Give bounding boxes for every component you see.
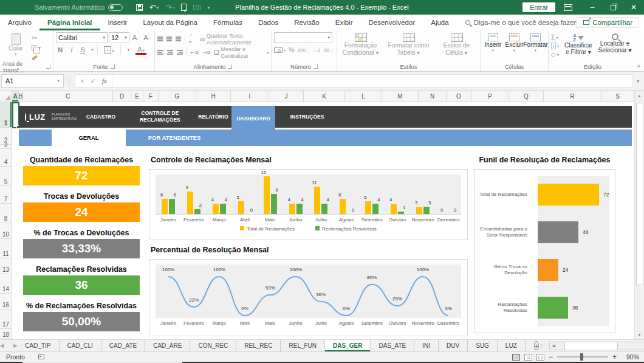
comma-style-button[interactable]: 000 — [298, 46, 306, 54]
increase-indent-icon[interactable]: ⇥≣ — [202, 50, 210, 55]
nav-item-relat-rio[interactable]: RELATÓRIO — [195, 106, 231, 128]
horizontal-scroll-thumb[interactable] — [564, 342, 618, 350]
horizontal-scrollbar[interactable]: ◀ ▶ — [549, 342, 644, 350]
fill-color-button[interactable]: ▾ — [125, 47, 131, 52]
subnav-geral[interactable]: GERAL — [52, 130, 126, 146]
row-header-10[interactable]: 10 — [0, 223, 12, 239]
nav-item-cadastro[interactable]: CADASTRO — [77, 106, 125, 128]
chevron-down-icon[interactable]: ▾ — [173, 5, 175, 10]
restore-button[interactable] — [603, 0, 623, 15]
collapse-ribbon-icon[interactable]: ˄ — [637, 63, 640, 69]
tell-me-search[interactable]: Diga-me o que você deseja fazer — [465, 19, 577, 26]
zoom-in-button[interactable]: + — [612, 353, 617, 361]
row-header-11[interactable]: 11 — [0, 239, 12, 258]
sheet-canvas[interactable]: LUZ PlanilhasEmpresariais CADASTROCONTRO… — [12, 102, 634, 339]
format-as-table-button[interactable]: Formatar como Tabela ▾ — [388, 32, 430, 56]
autosave-toggle-group[interactable]: Salvamento Automático — [35, 4, 123, 11]
vertical-scroll-thumb[interactable] — [636, 103, 643, 285]
sheet-tab-rel_rec[interactable]: REL_REC — [236, 340, 281, 351]
cut-button[interactable]: ✂ — [32, 34, 41, 42]
find-select-button[interactable]: Localizar e Selecionar ▾ — [598, 32, 632, 54]
underline-button[interactable]: S — [79, 46, 87, 54]
column-header-N[interactable]: N — [419, 91, 447, 102]
row-header-7[interactable]: 7 — [0, 186, 12, 204]
sheet-tab-das_ger[interactable]: DAS_GER — [325, 340, 371, 351]
cell-styles-button[interactable]: Estilos de Célula ▾ — [436, 32, 478, 56]
zoom-slider[interactable] — [557, 356, 608, 358]
undo-button[interactable]: ↶▾ — [149, 4, 159, 12]
font-name-combo[interactable]: Calibri▾ — [56, 32, 108, 43]
expand-formula-bar-icon[interactable]: ▾ — [633, 78, 643, 84]
borders-button[interactable]: ▾ — [102, 46, 115, 54]
ribbon-display-options-icon[interactable] — [564, 4, 572, 11]
dialog-launcher-icon[interactable] — [228, 64, 232, 69]
row-header-8[interactable]: 8 — [0, 204, 12, 223]
row-header-18[interactable]: 18 — [0, 329, 12, 339]
column-header-A[interactable]: A — [12, 91, 19, 102]
tab-exibir[interactable]: Exibir — [327, 15, 361, 30]
vertical-scrollbar[interactable]: ▲ ▼ — [634, 91, 644, 339]
close-button[interactable]: ✕ — [623, 0, 644, 15]
format-cells-button[interactable]: Formatar▾ — [526, 32, 546, 53]
dialog-launcher-icon[interactable] — [313, 64, 318, 69]
dialog-launcher-icon[interactable] — [111, 64, 115, 69]
accounting-format-button[interactable]: ▾ — [274, 46, 286, 54]
column-header-L[interactable]: L — [345, 91, 382, 102]
sheet-tab-cad_cli[interactable]: CAD_CLI — [60, 340, 101, 351]
row-header-1[interactable]: 1 — [0, 102, 12, 128]
row-header-14[interactable]: 14 — [0, 274, 12, 294]
sort-filter-button[interactable]: AZ Classificar e Filtrar ▾ — [563, 32, 594, 55]
delete-cells-button[interactable]: Excluir▾ — [504, 32, 524, 53]
column-header-B[interactable]: B — [19, 91, 23, 102]
tab-layout-da-pagina[interactable]: Layout da Página — [135, 15, 205, 30]
sign-in-button[interactable]: Entrar — [522, 2, 555, 12]
cancel-formula-icon[interactable]: × — [80, 77, 84, 85]
align-right-icon[interactable] — [177, 50, 183, 55]
name-box[interactable]: A1▾ — [1, 74, 64, 88]
minimize-button[interactable]: – — [582, 0, 603, 15]
column-header-H[interactable]: H — [196, 91, 231, 102]
font-color-button[interactable]: A ▾ — [135, 46, 146, 55]
redo-button[interactable]: ↷▾ — [165, 4, 174, 12]
column-header-C[interactable]: C — [23, 91, 113, 102]
subnav-por-atendentes[interactable]: POR ATENDENTES — [126, 130, 223, 146]
align-left-icon[interactable] — [157, 50, 163, 55]
orientation-button[interactable]: ⟋ ▾ — [189, 32, 195, 46]
autosave-toggle[interactable] — [108, 4, 123, 11]
tab-inserir[interactable]: Inserir — [100, 15, 135, 30]
sheet-tab-sug[interactable]: SUG — [468, 340, 498, 351]
nav-item-dashboard[interactable]: DASHBOARD — [231, 106, 275, 131]
column-header-M[interactable]: M — [382, 91, 419, 102]
align-middle-icon[interactable] — [166, 36, 172, 41]
row-header-5[interactable]: 5 — [0, 167, 12, 186]
column-header-G[interactable]: G — [159, 91, 196, 102]
insert-cells-button[interactable]: Inserir▾ — [483, 32, 503, 53]
scroll-left-icon[interactable]: ◀ — [550, 344, 557, 348]
fill-button[interactable]: ↓ ▾ — [551, 42, 559, 49]
tab-ajuda[interactable]: Ajuda — [423, 15, 456, 30]
sheet-tab-das_ate[interactable]: DAS_ATE — [371, 340, 414, 351]
zoom-out-button[interactable]: − — [549, 353, 553, 361]
bold-button[interactable]: N — [56, 46, 64, 54]
insert-function-icon[interactable]: fx — [102, 77, 107, 85]
share-button[interactable]: Compartilhar — [577, 17, 639, 28]
row-header-4[interactable]: 4 — [0, 149, 12, 167]
sheet-tab-con_rec[interactable]: CON_REC — [190, 340, 236, 351]
sheet-tab-cad_tip[interactable]: CAD_TIP — [17, 340, 59, 351]
dialog-launcher-icon[interactable] — [46, 64, 50, 69]
column-header-S[interactable]: S — [601, 91, 634, 102]
tab-formulas[interactable]: Fórmulas — [205, 15, 250, 30]
italic-button[interactable]: I — [69, 46, 74, 54]
scroll-up-icon[interactable]: ▲ — [635, 91, 644, 100]
scroll-down-icon[interactable]: ▼ — [635, 330, 644, 339]
nav-item-controle-de-reclama-es[interactable]: CONTROLE DERECLAMAÇÕES — [125, 106, 195, 128]
row-header-16[interactable]: 16 — [0, 294, 12, 309]
grow-font-button[interactable]: Aˆ — [131, 34, 141, 41]
chevron-down-icon[interactable]: ▾ — [156, 5, 159, 10]
chevron-down-icon[interactable]: ▾ — [91, 47, 93, 52]
column-header-R[interactable]: R — [544, 91, 601, 102]
print-preview-button[interactable] — [181, 4, 187, 11]
sheet-tab-cad_ate[interactable]: CAD_ATE — [101, 340, 145, 351]
sheet-tab-ini[interactable]: INI — [414, 340, 439, 351]
sheet-tab-rel_fun[interactable]: REL_FUN — [281, 340, 325, 351]
